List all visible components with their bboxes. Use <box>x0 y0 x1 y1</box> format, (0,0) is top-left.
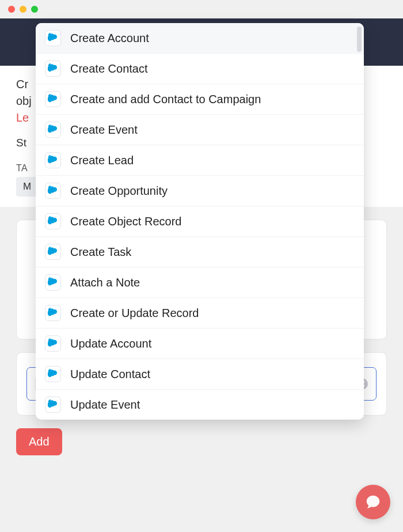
dropdown-item[interactable]: Update Account <box>36 329 364 359</box>
dropdown-item[interactable]: Create and add Contact to Campaign <box>36 84 364 115</box>
dropdown-item[interactable]: Create Object Record <box>36 206 364 237</box>
dropdown-item[interactable]: Update Contact <box>36 359 364 390</box>
dropdown-item-label: Attach a Note <box>70 276 140 289</box>
salesforce-icon <box>45 366 61 382</box>
dropdown-item-label: Create Contact <box>70 62 148 76</box>
dropdown-item[interactable]: Create Opportunity <box>36 176 364 206</box>
salesforce-icon <box>45 183 61 199</box>
action-dropdown: Create AccountCreate ContactCreate and a… <box>36 23 364 420</box>
add-button[interactable]: Add <box>16 428 62 455</box>
salesforce-icon <box>45 30 61 46</box>
dropdown-item-label: Create Account <box>70 32 149 45</box>
dropdown-item-label: Create Object Record <box>70 215 181 228</box>
salesforce-icon <box>45 61 61 77</box>
dropdown-item-label: Create and add Contact to Campaign <box>70 93 261 106</box>
salesforce-icon <box>45 152 61 168</box>
app-window: Cr obj Le St TA M Select action <box>0 0 403 532</box>
window-titlebar <box>0 0 403 18</box>
dropdown-scrollbar[interactable] <box>357 27 362 52</box>
chat-fab[interactable] <box>356 485 390 519</box>
maximize-window-button[interactable] <box>31 6 38 13</box>
salesforce-icon <box>45 244 61 260</box>
dropdown-item[interactable]: Create Lead <box>36 145 364 176</box>
tag-chip[interactable]: M <box>16 177 38 197</box>
dropdown-item[interactable]: Attach a Note <box>36 267 364 298</box>
salesforce-icon <box>45 91 61 107</box>
chat-icon <box>364 493 382 511</box>
dropdown-item[interactable]: Create Account <box>36 23 364 54</box>
dropdown-item[interactable]: Create Contact <box>36 54 364 84</box>
salesforce-icon <box>45 213 61 229</box>
dropdown-item-label: Create Task <box>70 246 131 259</box>
dropdown-item-label: Update Contact <box>70 368 150 381</box>
learn-more-link[interactable]: Le <box>16 111 29 124</box>
salesforce-icon <box>45 335 61 352</box>
minimize-window-button[interactable] <box>20 6 26 13</box>
dropdown-item-label: Update Account <box>70 337 151 350</box>
dropdown-item-label: Create Event <box>70 123 138 137</box>
dropdown-item-label: Create or Update Record <box>70 307 199 320</box>
dropdown-item[interactable]: Create or Update Record <box>36 298 364 329</box>
salesforce-icon <box>45 122 61 138</box>
dropdown-item[interactable]: Create Task <box>36 237 364 267</box>
salesforce-icon <box>45 305 61 321</box>
dropdown-item-label: Create Opportunity <box>70 184 168 198</box>
salesforce-icon <box>45 397 61 413</box>
dropdown-item-label: Create Lead <box>70 154 134 167</box>
dropdown-item[interactable]: Update Event <box>36 390 364 420</box>
dropdown-item-label: Update Event <box>70 398 140 412</box>
salesforce-icon <box>45 274 61 290</box>
dropdown-item[interactable]: Create Event <box>36 115 364 145</box>
close-window-button[interactable] <box>8 6 15 13</box>
